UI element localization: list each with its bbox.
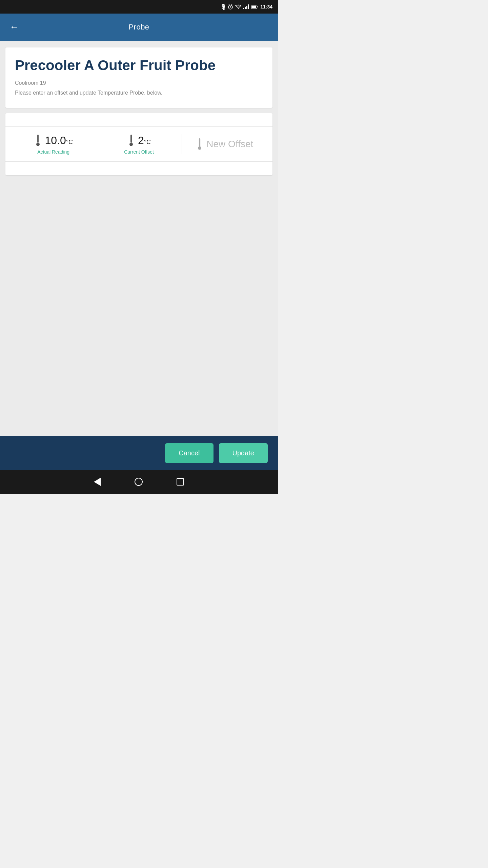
- toolbar: ← Probe: [0, 14, 278, 41]
- actual-reading-value: 10.0°C: [45, 134, 73, 147]
- svg-line-4: [231, 4, 232, 5]
- svg-line-3: [228, 4, 229, 5]
- cancel-button[interactable]: Cancel: [165, 443, 213, 463]
- current-offset-item: 2°C Current Offset: [96, 134, 181, 155]
- current-offset-value: 2°C: [138, 134, 151, 147]
- status-bar: 11:34: [0, 0, 278, 14]
- new-offset-item: New Offset: [182, 137, 267, 151]
- input-top-area[interactable]: [5, 113, 272, 127]
- svg-rect-14: [38, 139, 39, 144]
- svg-rect-17: [131, 139, 131, 144]
- back-button[interactable]: ←: [7, 20, 22, 35]
- svg-rect-6: [245, 7, 246, 9]
- svg-rect-11: [251, 6, 256, 8]
- signal-icon: [243, 4, 249, 9]
- svg-line-2: [230, 7, 231, 8]
- bottom-action-bar: Cancel Update: [0, 436, 278, 470]
- svg-rect-8: [248, 4, 249, 9]
- thermometer-offset-icon: [127, 134, 135, 147]
- actual-reading-item: 10.0°C Actual Reading: [11, 134, 96, 155]
- new-offset-placeholder: New Offset: [206, 139, 253, 150]
- wifi-icon: [235, 4, 241, 9]
- input-bottom-area[interactable]: [5, 162, 272, 175]
- status-time: 11:34: [260, 4, 272, 9]
- android-nav-bar: [0, 470, 278, 494]
- actual-reading-label: Actual Reading: [37, 149, 69, 155]
- update-button[interactable]: Update: [219, 443, 268, 463]
- current-offset-label: Current Offset: [124, 149, 154, 155]
- svg-rect-7: [246, 6, 247, 9]
- probe-location: Coolroom 19: [15, 80, 263, 86]
- android-recents-button[interactable]: [177, 478, 184, 486]
- probe-title: Precooler A Outer Fruit Probe: [15, 57, 263, 74]
- android-home-button[interactable]: [135, 478, 143, 486]
- page-title: Probe: [128, 23, 149, 32]
- data-row: 10.0°C Actual Reading 2°C: [5, 127, 272, 162]
- bluetooth-icon: [221, 4, 226, 10]
- battery-icon: [251, 5, 258, 9]
- thermometer-actual-icon: [34, 134, 42, 147]
- data-card: 10.0°C Actual Reading 2°C: [5, 113, 272, 175]
- svg-rect-10: [258, 6, 258, 7]
- status-icons: 11:34: [221, 4, 272, 10]
- info-card: Precooler A Outer Fruit Probe Coolroom 1…: [5, 47, 272, 108]
- svg-rect-5: [243, 8, 244, 9]
- alarm-icon: [228, 4, 233, 9]
- android-back-button[interactable]: [94, 478, 101, 486]
- main-content: Precooler A Outer Fruit Probe Coolroom 1…: [0, 41, 278, 436]
- thermometer-new-icon: [196, 137, 204, 151]
- svg-rect-20: [199, 143, 200, 147]
- probe-description: Please enter an offset and update Temper…: [15, 89, 263, 97]
